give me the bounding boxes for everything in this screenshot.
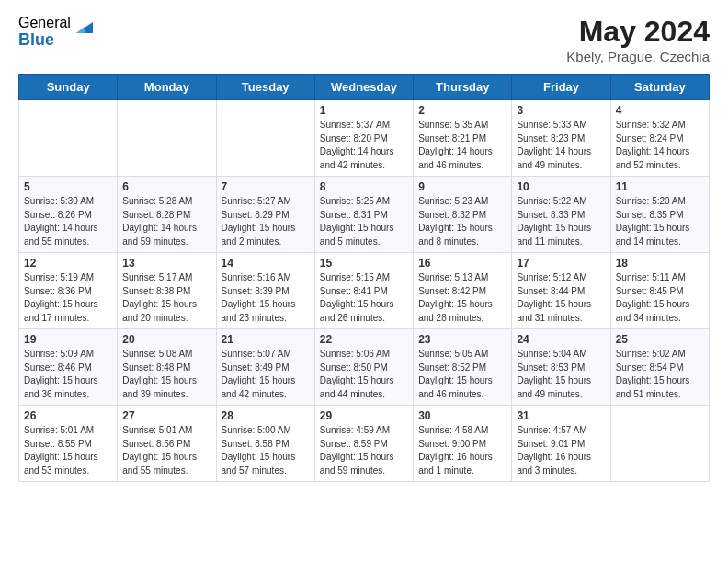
- calendar-cell: 10Sunrise: 5:22 AMSunset: 8:33 PMDayligh…: [512, 177, 610, 253]
- day-info: Sunrise: 5:11 AMSunset: 8:45 PMDaylight:…: [616, 271, 704, 325]
- calendar-week-row: 19Sunrise: 5:09 AMSunset: 8:46 PMDayligh…: [19, 329, 710, 406]
- day-number: 4: [616, 104, 704, 117]
- day-number: 22: [320, 333, 408, 346]
- calendar-cell: 6Sunrise: 5:28 AMSunset: 8:28 PMDaylight…: [118, 177, 216, 253]
- calendar-cell: 31Sunrise: 4:57 AMSunset: 9:01 PMDayligh…: [512, 406, 610, 482]
- header: General Blue May 2024 Kbely, Prague, Cze…: [18, 15, 710, 64]
- day-info: Sunrise: 5:20 AMSunset: 8:35 PMDaylight:…: [616, 195, 704, 248]
- day-number: 31: [517, 409, 605, 422]
- calendar-cell: 9Sunrise: 5:23 AMSunset: 8:32 PMDaylight…: [414, 177, 512, 253]
- day-info: Sunrise: 5:22 AMSunset: 8:33 PMDaylight:…: [517, 195, 605, 248]
- day-info: Sunrise: 5:16 AMSunset: 8:39 PMDaylight:…: [222, 271, 310, 325]
- day-number: 28: [222, 409, 310, 422]
- day-info: Sunrise: 5:04 AMSunset: 8:53 PMDaylight:…: [517, 348, 605, 401]
- calendar-week-row: 1Sunrise: 5:37 AMSunset: 8:20 PMDaylight…: [19, 100, 710, 177]
- day-info: Sunrise: 5:00 AMSunset: 8:58 PMDaylight:…: [222, 424, 310, 477]
- day-number: 26: [24, 409, 112, 422]
- logo-text: General Blue: [18, 15, 71, 49]
- day-info: Sunrise: 5:27 AMSunset: 8:29 PMDaylight:…: [222, 195, 310, 248]
- day-number: 10: [517, 180, 605, 193]
- day-number: 6: [122, 180, 210, 193]
- calendar-week-row: 12Sunrise: 5:19 AMSunset: 8:36 PMDayligh…: [19, 253, 710, 329]
- day-of-week-header: Saturday: [610, 75, 709, 100]
- day-info: Sunrise: 5:01 AMSunset: 8:56 PMDaylight:…: [122, 424, 210, 477]
- day-info: Sunrise: 5:06 AMSunset: 8:50 PMDaylight:…: [320, 348, 408, 401]
- day-number: 30: [418, 409, 506, 422]
- calendar-cell: 3Sunrise: 5:33 AMSunset: 8:23 PMDaylight…: [512, 100, 610, 177]
- logo-icon: [73, 17, 93, 37]
- calendar-cell: 4Sunrise: 5:32 AMSunset: 8:24 PMDaylight…: [610, 100, 709, 177]
- day-number: 20: [122, 333, 210, 346]
- day-number: 7: [222, 180, 310, 193]
- day-info: Sunrise: 5:19 AMSunset: 8:36 PMDaylight:…: [24, 271, 112, 325]
- day-of-week-header: Sunday: [19, 75, 118, 100]
- logo-general: General: [18, 15, 71, 31]
- calendar-cell: 11Sunrise: 5:20 AMSunset: 8:35 PMDayligh…: [610, 177, 709, 253]
- day-info: Sunrise: 5:23 AMSunset: 8:32 PMDaylight:…: [418, 195, 506, 248]
- calendar-cell: 13Sunrise: 5:17 AMSunset: 8:38 PMDayligh…: [118, 253, 216, 329]
- calendar-header-row: SundayMondayTuesdayWednesdayThursdayFrid…: [19, 75, 710, 100]
- svg-marker-1: [76, 26, 85, 33]
- logo-blue: Blue: [18, 31, 71, 50]
- day-number: 1: [320, 104, 408, 117]
- calendar-cell: 16Sunrise: 5:13 AMSunset: 8:42 PMDayligh…: [414, 253, 512, 329]
- title-block: May 2024 Kbely, Prague, Czechia: [566, 15, 710, 64]
- calendar-cell: 14Sunrise: 5:16 AMSunset: 8:39 PMDayligh…: [216, 253, 314, 329]
- calendar-cell: 20Sunrise: 5:08 AMSunset: 8:48 PMDayligh…: [118, 329, 216, 406]
- calendar-cell: 22Sunrise: 5:06 AMSunset: 8:50 PMDayligh…: [314, 329, 413, 406]
- day-number: 12: [24, 257, 112, 270]
- day-info: Sunrise: 5:12 AMSunset: 8:44 PMDaylight:…: [517, 271, 605, 325]
- calendar-cell: 7Sunrise: 5:27 AMSunset: 8:29 PMDaylight…: [216, 177, 314, 253]
- day-info: Sunrise: 5:07 AMSunset: 8:49 PMDaylight:…: [222, 348, 310, 401]
- day-info: Sunrise: 5:13 AMSunset: 8:42 PMDaylight:…: [418, 271, 506, 325]
- calendar-cell: 27Sunrise: 5:01 AMSunset: 8:56 PMDayligh…: [118, 406, 216, 482]
- day-info: Sunrise: 5:08 AMSunset: 8:48 PMDaylight:…: [122, 348, 210, 401]
- calendar-cell: [610, 406, 709, 482]
- day-number: 27: [122, 409, 210, 422]
- day-number: 29: [320, 409, 408, 422]
- day-of-week-header: Thursday: [414, 75, 512, 100]
- calendar-cell: 19Sunrise: 5:09 AMSunset: 8:46 PMDayligh…: [19, 329, 118, 406]
- day-number: 11: [616, 180, 704, 193]
- calendar-cell: 24Sunrise: 5:04 AMSunset: 8:53 PMDayligh…: [512, 329, 610, 406]
- calendar-cell: 21Sunrise: 5:07 AMSunset: 8:49 PMDayligh…: [216, 329, 314, 406]
- day-number: 15: [320, 257, 408, 270]
- calendar-week-row: 5Sunrise: 5:30 AMSunset: 8:26 PMDaylight…: [19, 177, 710, 253]
- day-info: Sunrise: 5:37 AMSunset: 8:20 PMDaylight:…: [320, 119, 408, 172]
- calendar-cell: [19, 100, 118, 177]
- day-of-week-header: Tuesday: [216, 75, 314, 100]
- day-info: Sunrise: 5:01 AMSunset: 8:55 PMDaylight:…: [24, 424, 112, 477]
- day-of-week-header: Friday: [512, 75, 610, 100]
- calendar-cell: 18Sunrise: 5:11 AMSunset: 8:45 PMDayligh…: [610, 253, 709, 329]
- day-number: 8: [320, 180, 408, 193]
- calendar-cell: 30Sunrise: 4:58 AMSunset: 9:00 PMDayligh…: [414, 406, 512, 482]
- calendar-cell: 17Sunrise: 5:12 AMSunset: 8:44 PMDayligh…: [512, 253, 610, 329]
- day-info: Sunrise: 5:17 AMSunset: 8:38 PMDaylight:…: [122, 271, 210, 325]
- calendar-cell: 2Sunrise: 5:35 AMSunset: 8:21 PMDaylight…: [414, 100, 512, 177]
- calendar-cell: 23Sunrise: 5:05 AMSunset: 8:52 PMDayligh…: [414, 329, 512, 406]
- day-info: Sunrise: 5:05 AMSunset: 8:52 PMDaylight:…: [418, 348, 506, 401]
- main-title: May 2024: [566, 15, 710, 49]
- calendar: SundayMondayTuesdayWednesdayThursdayFrid…: [18, 74, 710, 482]
- calendar-cell: 25Sunrise: 5:02 AMSunset: 8:54 PMDayligh…: [610, 329, 709, 406]
- calendar-cell: 12Sunrise: 5:19 AMSunset: 8:36 PMDayligh…: [19, 253, 118, 329]
- calendar-cell: [216, 100, 314, 177]
- day-number: 25: [616, 333, 704, 346]
- calendar-cell: 28Sunrise: 5:00 AMSunset: 8:58 PMDayligh…: [216, 406, 314, 482]
- day-info: Sunrise: 5:35 AMSunset: 8:21 PMDaylight:…: [418, 119, 506, 172]
- day-of-week-header: Wednesday: [314, 75, 413, 100]
- calendar-week-row: 26Sunrise: 5:01 AMSunset: 8:55 PMDayligh…: [19, 406, 710, 482]
- calendar-cell: 1Sunrise: 5:37 AMSunset: 8:20 PMDaylight…: [314, 100, 413, 177]
- calendar-cell: 29Sunrise: 4:59 AMSunset: 8:59 PMDayligh…: [314, 406, 413, 482]
- day-number: 2: [418, 104, 506, 117]
- day-number: 3: [517, 104, 605, 117]
- day-info: Sunrise: 5:32 AMSunset: 8:24 PMDaylight:…: [616, 119, 704, 172]
- day-number: 17: [517, 257, 605, 270]
- calendar-cell: 8Sunrise: 5:25 AMSunset: 8:31 PMDaylight…: [314, 177, 413, 253]
- day-info: Sunrise: 5:25 AMSunset: 8:31 PMDaylight:…: [320, 195, 408, 248]
- day-number: 14: [222, 257, 310, 270]
- day-info: Sunrise: 5:15 AMSunset: 8:41 PMDaylight:…: [320, 271, 408, 325]
- day-info: Sunrise: 5:28 AMSunset: 8:28 PMDaylight:…: [122, 195, 210, 248]
- day-info: Sunrise: 5:09 AMSunset: 8:46 PMDaylight:…: [24, 348, 112, 401]
- subtitle: Kbely, Prague, Czechia: [566, 49, 710, 64]
